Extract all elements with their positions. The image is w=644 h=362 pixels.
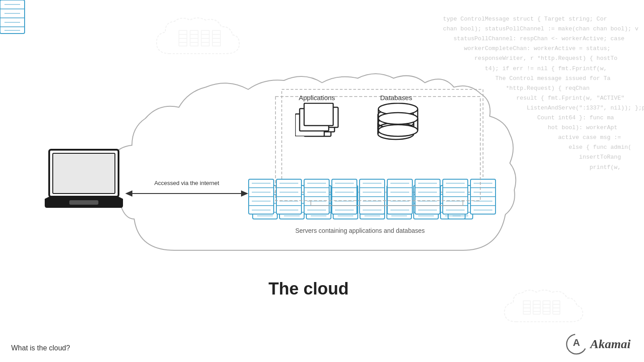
svg-text:A: A <box>573 337 580 348</box>
laptop-icon <box>45 147 123 212</box>
databases-label: Databases <box>380 94 412 101</box>
akamai-text: Akamai <box>590 337 631 351</box>
cloud-label: The cloud <box>134 279 483 299</box>
servers-label: Servers containing applications and data… <box>248 227 472 234</box>
arrow-container: Accessed via the internet <box>125 180 248 198</box>
svg-marker-148 <box>125 190 132 197</box>
svg-rect-146 <box>69 200 98 205</box>
server-unit-1 <box>248 179 274 215</box>
bidirectional-arrow <box>125 189 248 198</box>
arrow-label: Accessed via the internet <box>154 180 219 186</box>
akamai-symbol: A <box>565 333 588 355</box>
akamai-logo: A Akamai <box>565 333 631 355</box>
svg-rect-50 <box>0 0 25 34</box>
applications-label: Applications <box>299 94 335 101</box>
svg-marker-149 <box>241 190 248 197</box>
connector-lines <box>275 96 499 208</box>
svg-rect-145 <box>53 153 115 194</box>
bottom-caption: What is the cloud? <box>11 344 70 352</box>
